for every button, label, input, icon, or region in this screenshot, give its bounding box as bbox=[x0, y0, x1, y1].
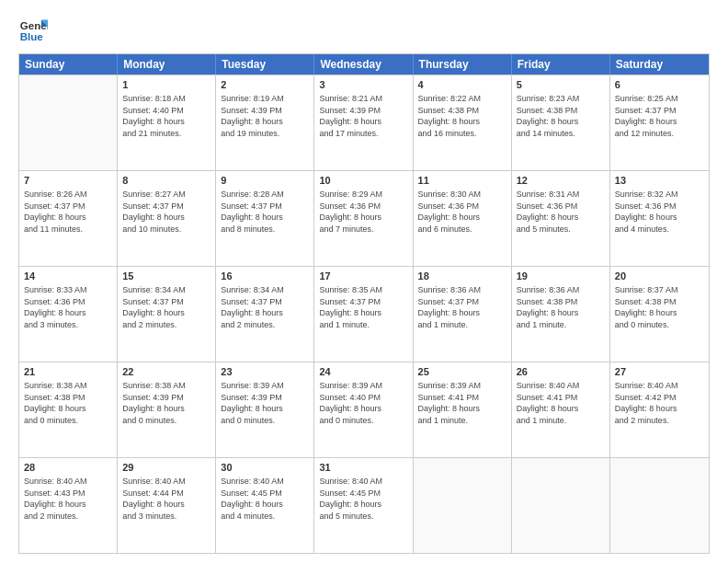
calendar-cell: 13Sunrise: 8:32 AM Sunset: 4:36 PM Dayli… bbox=[610, 171, 709, 266]
day-number: 22 bbox=[122, 365, 210, 379]
day-number: 6 bbox=[615, 78, 704, 92]
calendar: SundayMondayTuesdayWednesdayThursdayFrid… bbox=[18, 53, 710, 554]
day-number: 2 bbox=[221, 78, 309, 92]
day-info: Sunrise: 8:38 AM Sunset: 4:38 PM Dayligh… bbox=[24, 381, 87, 425]
day-number: 14 bbox=[24, 270, 112, 283]
calendar-cell: 10Sunrise: 8:29 AM Sunset: 4:36 PM Dayli… bbox=[314, 171, 413, 266]
calendar-row-5: 28Sunrise: 8:40 AM Sunset: 4:43 PM Dayli… bbox=[19, 457, 709, 553]
day-info: Sunrise: 8:40 AM Sunset: 4:43 PM Dayligh… bbox=[24, 477, 87, 521]
header-day-saturday: Saturday bbox=[610, 54, 709, 75]
day-info: Sunrise: 8:29 AM Sunset: 4:36 PM Dayligh… bbox=[319, 190, 382, 234]
calendar-cell: 23Sunrise: 8:39 AM Sunset: 4:39 PM Dayli… bbox=[216, 362, 314, 457]
calendar-cell: 25Sunrise: 8:39 AM Sunset: 4:41 PM Dayli… bbox=[414, 362, 512, 457]
header-day-thursday: Thursday bbox=[414, 54, 512, 75]
header-day-wednesday: Wednesday bbox=[314, 54, 413, 75]
page-header: General Blue bbox=[18, 17, 710, 46]
day-number: 7 bbox=[24, 174, 112, 188]
day-number: 15 bbox=[122, 270, 210, 283]
day-info: Sunrise: 8:32 AM Sunset: 4:36 PM Dayligh… bbox=[615, 190, 678, 234]
day-number: 26 bbox=[517, 365, 605, 379]
calendar-cell: 8Sunrise: 8:27 AM Sunset: 4:37 PM Daylig… bbox=[118, 171, 216, 266]
calendar-body: 1Sunrise: 8:18 AM Sunset: 4:40 PM Daylig… bbox=[19, 75, 709, 553]
calendar-cell bbox=[414, 458, 512, 553]
day-info: Sunrise: 8:40 AM Sunset: 4:45 PM Dayligh… bbox=[221, 477, 284, 521]
day-number: 25 bbox=[418, 365, 506, 379]
day-info: Sunrise: 8:34 AM Sunset: 4:37 PM Dayligh… bbox=[122, 285, 186, 329]
svg-text:Blue: Blue bbox=[20, 31, 44, 42]
calendar-cell: 14Sunrise: 8:33 AM Sunset: 4:36 PM Dayli… bbox=[19, 267, 118, 362]
header-day-friday: Friday bbox=[512, 54, 610, 75]
day-info: Sunrise: 8:39 AM Sunset: 4:39 PM Dayligh… bbox=[221, 381, 284, 425]
day-number: 18 bbox=[418, 270, 506, 283]
calendar-cell: 31Sunrise: 8:40 AM Sunset: 4:45 PM Dayli… bbox=[314, 458, 413, 553]
day-info: Sunrise: 8:36 AM Sunset: 4:37 PM Dayligh… bbox=[418, 285, 482, 329]
calendar-cell: 9Sunrise: 8:28 AM Sunset: 4:37 PM Daylig… bbox=[216, 171, 314, 266]
day-info: Sunrise: 8:19 AM Sunset: 4:39 PM Dayligh… bbox=[221, 94, 284, 138]
day-number: 28 bbox=[24, 461, 112, 475]
day-info: Sunrise: 8:38 AM Sunset: 4:39 PM Dayligh… bbox=[122, 381, 186, 425]
calendar-cell: 28Sunrise: 8:40 AM Sunset: 4:43 PM Dayli… bbox=[19, 458, 118, 553]
calendar-cell: 17Sunrise: 8:35 AM Sunset: 4:37 PM Dayli… bbox=[314, 267, 413, 362]
calendar-cell: 12Sunrise: 8:31 AM Sunset: 4:36 PM Dayli… bbox=[512, 171, 610, 266]
calendar-cell: 30Sunrise: 8:40 AM Sunset: 4:45 PM Dayli… bbox=[216, 458, 314, 553]
calendar-cell: 18Sunrise: 8:36 AM Sunset: 4:37 PM Dayli… bbox=[414, 267, 512, 362]
header-day-monday: Monday bbox=[118, 54, 216, 75]
calendar-cell bbox=[512, 458, 610, 553]
calendar-cell: 27Sunrise: 8:40 AM Sunset: 4:42 PM Dayli… bbox=[610, 362, 709, 457]
day-number: 23 bbox=[221, 365, 309, 379]
day-number: 21 bbox=[24, 365, 112, 379]
day-info: Sunrise: 8:25 AM Sunset: 4:37 PM Dayligh… bbox=[615, 94, 678, 138]
day-info: Sunrise: 8:31 AM Sunset: 4:36 PM Dayligh… bbox=[517, 190, 580, 234]
day-number: 1 bbox=[122, 78, 210, 92]
day-info: Sunrise: 8:37 AM Sunset: 4:38 PM Dayligh… bbox=[615, 285, 678, 329]
calendar-cell: 6Sunrise: 8:25 AM Sunset: 4:37 PM Daylig… bbox=[610, 75, 709, 170]
calendar-cell bbox=[19, 75, 118, 170]
day-number: 31 bbox=[319, 461, 407, 475]
day-number: 5 bbox=[517, 78, 605, 92]
day-info: Sunrise: 8:39 AM Sunset: 4:41 PM Dayligh… bbox=[418, 381, 482, 425]
calendar-cell: 15Sunrise: 8:34 AM Sunset: 4:37 PM Dayli… bbox=[118, 267, 216, 362]
calendar-cell: 2Sunrise: 8:19 AM Sunset: 4:39 PM Daylig… bbox=[216, 75, 314, 170]
day-info: Sunrise: 8:40 AM Sunset: 4:42 PM Dayligh… bbox=[615, 381, 678, 425]
header-day-sunday: Sunday bbox=[19, 54, 118, 75]
calendar-cell: 21Sunrise: 8:38 AM Sunset: 4:38 PM Dayli… bbox=[19, 362, 118, 457]
calendar-cell: 5Sunrise: 8:23 AM Sunset: 4:38 PM Daylig… bbox=[512, 75, 610, 170]
calendar-cell: 11Sunrise: 8:30 AM Sunset: 4:36 PM Dayli… bbox=[414, 171, 512, 266]
day-number: 16 bbox=[221, 270, 309, 283]
calendar-cell: 7Sunrise: 8:26 AM Sunset: 4:37 PM Daylig… bbox=[19, 171, 118, 266]
calendar-header: SundayMondayTuesdayWednesdayThursdayFrid… bbox=[19, 54, 709, 75]
day-info: Sunrise: 8:34 AM Sunset: 4:37 PM Dayligh… bbox=[221, 285, 284, 329]
day-number: 10 bbox=[319, 174, 407, 188]
day-number: 30 bbox=[221, 461, 309, 475]
day-number: 20 bbox=[615, 270, 704, 283]
calendar-row-2: 7Sunrise: 8:26 AM Sunset: 4:37 PM Daylig… bbox=[19, 170, 709, 266]
calendar-cell bbox=[610, 458, 709, 553]
day-info: Sunrise: 8:23 AM Sunset: 4:38 PM Dayligh… bbox=[517, 94, 580, 138]
day-number: 12 bbox=[517, 174, 605, 188]
calendar-cell: 3Sunrise: 8:21 AM Sunset: 4:39 PM Daylig… bbox=[314, 75, 413, 170]
day-number: 19 bbox=[517, 270, 605, 283]
day-number: 4 bbox=[418, 78, 506, 92]
calendar-cell: 29Sunrise: 8:40 AM Sunset: 4:44 PM Dayli… bbox=[118, 458, 216, 553]
calendar-row-3: 14Sunrise: 8:33 AM Sunset: 4:36 PM Dayli… bbox=[19, 266, 709, 362]
day-info: Sunrise: 8:26 AM Sunset: 4:37 PM Dayligh… bbox=[24, 190, 87, 234]
day-info: Sunrise: 8:18 AM Sunset: 4:40 PM Dayligh… bbox=[122, 94, 186, 138]
calendar-cell: 20Sunrise: 8:37 AM Sunset: 4:38 PM Dayli… bbox=[610, 267, 709, 362]
day-info: Sunrise: 8:40 AM Sunset: 4:44 PM Dayligh… bbox=[122, 477, 186, 521]
day-info: Sunrise: 8:22 AM Sunset: 4:38 PM Dayligh… bbox=[418, 94, 482, 138]
logo: General Blue bbox=[18, 17, 48, 46]
day-number: 24 bbox=[319, 365, 407, 379]
day-number: 8 bbox=[122, 174, 210, 188]
day-number: 11 bbox=[418, 174, 506, 188]
day-info: Sunrise: 8:40 AM Sunset: 4:41 PM Dayligh… bbox=[517, 381, 580, 425]
day-number: 3 bbox=[319, 78, 407, 92]
calendar-cell: 4Sunrise: 8:22 AM Sunset: 4:38 PM Daylig… bbox=[414, 75, 512, 170]
day-info: Sunrise: 8:27 AM Sunset: 4:37 PM Dayligh… bbox=[122, 190, 186, 234]
day-info: Sunrise: 8:21 AM Sunset: 4:39 PM Dayligh… bbox=[319, 94, 382, 138]
day-number: 17 bbox=[319, 270, 407, 283]
day-info: Sunrise: 8:40 AM Sunset: 4:45 PM Dayligh… bbox=[319, 477, 382, 521]
day-number: 29 bbox=[122, 461, 210, 475]
header-day-tuesday: Tuesday bbox=[216, 54, 314, 75]
calendar-cell: 22Sunrise: 8:38 AM Sunset: 4:39 PM Dayli… bbox=[118, 362, 216, 457]
calendar-cell: 16Sunrise: 8:34 AM Sunset: 4:37 PM Dayli… bbox=[216, 267, 314, 362]
